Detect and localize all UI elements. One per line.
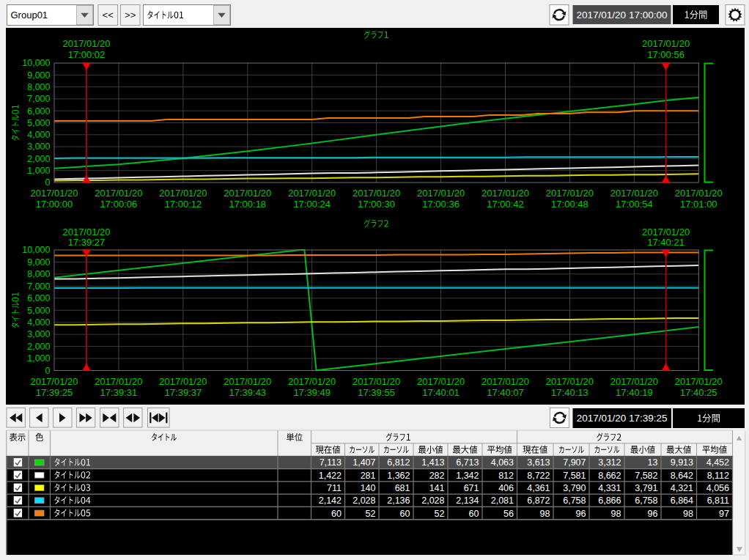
svg-text:9,000: 9,000 — [27, 70, 50, 81]
svg-text:281: 281 — [361, 471, 376, 481]
svg-text:2017/01/20: 2017/01/20 — [642, 226, 690, 237]
svg-text:17:00:54: 17:00:54 — [616, 199, 653, 210]
svg-text:98: 98 — [611, 509, 621, 519]
svg-text:2017/01/20: 2017/01/20 — [95, 376, 142, 387]
svg-text:6,864: 6,864 — [671, 495, 693, 506]
svg-text:17:39:31: 17:39:31 — [100, 387, 138, 398]
svg-text:8,000: 8,000 — [27, 269, 50, 279]
svg-text:6,812: 6,812 — [387, 457, 410, 468]
svg-text:3,790: 3,790 — [563, 483, 586, 493]
svg-text:97: 97 — [719, 509, 729, 519]
svg-text:17:00:36: 17:00:36 — [422, 199, 460, 210]
svg-text:2,081: 2,081 — [491, 495, 514, 506]
svg-text:8,112: 8,112 — [707, 471, 729, 481]
svg-text:17:00:24: 17:00:24 — [293, 199, 331, 210]
svg-text:681: 681 — [395, 483, 410, 493]
svg-text:2,136: 2,136 — [387, 495, 410, 506]
svg-text:60: 60 — [400, 509, 410, 519]
svg-text:2017/01/20: 2017/01/20 — [675, 376, 723, 387]
svg-text:<<: << — [103, 10, 114, 21]
svg-text:1,407: 1,407 — [353, 457, 375, 468]
svg-text:17:39:49: 17:39:49 — [293, 387, 331, 398]
svg-text:4,000: 4,000 — [27, 130, 50, 140]
svg-text:9,000: 9,000 — [27, 257, 50, 268]
svg-text:17:01:00: 17:01:00 — [680, 199, 717, 210]
svg-text:7,582: 7,582 — [635, 471, 657, 481]
svg-text:8,642: 8,642 — [671, 471, 693, 481]
svg-text:52: 52 — [366, 509, 376, 519]
svg-text:17:00:42: 17:00:42 — [487, 199, 524, 210]
svg-text:2,142: 2,142 — [319, 495, 342, 506]
svg-text:2017/01/20: 2017/01/20 — [610, 188, 658, 199]
svg-text:2017/01/20: 2017/01/20 — [159, 376, 207, 387]
svg-text:1,422: 1,422 — [319, 471, 342, 481]
svg-text:7,113: 7,113 — [320, 457, 342, 468]
svg-text:6,758: 6,758 — [635, 495, 657, 506]
svg-text:Group01: Group01 — [11, 10, 48, 21]
svg-text:1,362: 1,362 — [387, 471, 410, 481]
svg-text:3,000: 3,000 — [27, 329, 50, 339]
svg-text:2017/01/20: 2017/01/20 — [482, 376, 529, 387]
svg-text:2017/01/20 17:39:25: 2017/01/20 17:39:25 — [577, 413, 668, 424]
svg-text:8,722: 8,722 — [527, 471, 550, 481]
svg-text:3,312: 3,312 — [598, 457, 621, 468]
svg-text:2017/01/20: 2017/01/20 — [417, 188, 465, 199]
svg-text:8,662: 8,662 — [598, 471, 621, 481]
svg-text:17:40:01: 17:40:01 — [422, 387, 460, 398]
svg-text:7,581: 7,581 — [563, 471, 586, 481]
svg-text:2017/01/20: 2017/01/20 — [353, 188, 400, 199]
svg-text:2017/01/20: 2017/01/20 — [224, 376, 271, 387]
svg-text:8,000: 8,000 — [27, 82, 50, 92]
svg-text:17:39:25: 17:39:25 — [36, 387, 73, 398]
svg-text:5,000: 5,000 — [27, 118, 50, 128]
svg-text:60: 60 — [331, 509, 342, 519]
svg-text:2017/01/20: 2017/01/20 — [62, 226, 110, 237]
svg-text:2017/01/20: 2017/01/20 — [95, 188, 142, 199]
svg-text:406: 406 — [498, 483, 514, 493]
svg-text:17:40:07: 17:40:07 — [487, 387, 524, 398]
svg-text:1,342: 1,342 — [456, 471, 479, 481]
svg-text:141: 141 — [429, 483, 445, 493]
svg-text:6,000: 6,000 — [27, 106, 50, 117]
svg-text:6,758: 6,758 — [563, 495, 586, 506]
svg-text:6,811: 6,811 — [707, 495, 729, 506]
svg-text:7,000: 7,000 — [27, 94, 50, 104]
svg-text:812: 812 — [498, 471, 514, 481]
svg-text:2,000: 2,000 — [27, 342, 50, 352]
svg-text:2017/01/20 17:00:00: 2017/01/20 17:00:00 — [577, 10, 668, 21]
svg-text:2,134: 2,134 — [456, 495, 479, 506]
svg-text:17:00:18: 17:00:18 — [229, 199, 266, 210]
svg-text:2,000: 2,000 — [27, 154, 50, 164]
svg-text:4,000: 4,000 — [27, 317, 50, 328]
svg-text:17:00:56: 17:00:56 — [647, 49, 685, 60]
svg-text:96: 96 — [648, 509, 658, 519]
svg-text:282: 282 — [429, 471, 445, 481]
svg-text:2017/01/20: 2017/01/20 — [30, 376, 78, 387]
svg-text:10,000: 10,000 — [22, 245, 50, 255]
svg-text:4,452: 4,452 — [706, 457, 729, 468]
svg-text:711: 711 — [327, 483, 342, 493]
svg-text:13: 13 — [648, 457, 658, 468]
svg-text:1,413: 1,413 — [421, 457, 444, 468]
svg-text:2017/01/20: 2017/01/20 — [224, 188, 271, 199]
svg-text:17:40:19: 17:40:19 — [616, 387, 653, 398]
svg-text:17:40:21: 17:40:21 — [647, 237, 685, 248]
svg-text:2017/01/20: 2017/01/20 — [288, 188, 336, 199]
svg-text:2,028: 2,028 — [353, 495, 375, 506]
svg-text:2017/01/20: 2017/01/20 — [610, 376, 658, 387]
svg-text:0: 0 — [45, 366, 51, 376]
svg-text:2017/01/20: 2017/01/20 — [159, 188, 207, 199]
svg-text:2017/01/20: 2017/01/20 — [675, 188, 723, 199]
svg-text:2017/01/20: 2017/01/20 — [62, 38, 110, 49]
svg-text:17:39:27: 17:39:27 — [68, 237, 106, 248]
svg-text:4,321: 4,321 — [671, 483, 693, 493]
svg-text:56: 56 — [503, 509, 514, 519]
svg-text:2017/01/20: 2017/01/20 — [288, 376, 336, 387]
svg-text:2017/01/20: 2017/01/20 — [417, 376, 465, 387]
svg-text:98: 98 — [540, 509, 550, 519]
svg-text:4,063: 4,063 — [491, 457, 514, 468]
svg-text:60: 60 — [469, 509, 479, 519]
svg-text:17:00:06: 17:00:06 — [100, 199, 138, 210]
svg-text:17:00:00: 17:00:00 — [36, 199, 73, 210]
svg-text:3,791: 3,791 — [635, 483, 657, 493]
